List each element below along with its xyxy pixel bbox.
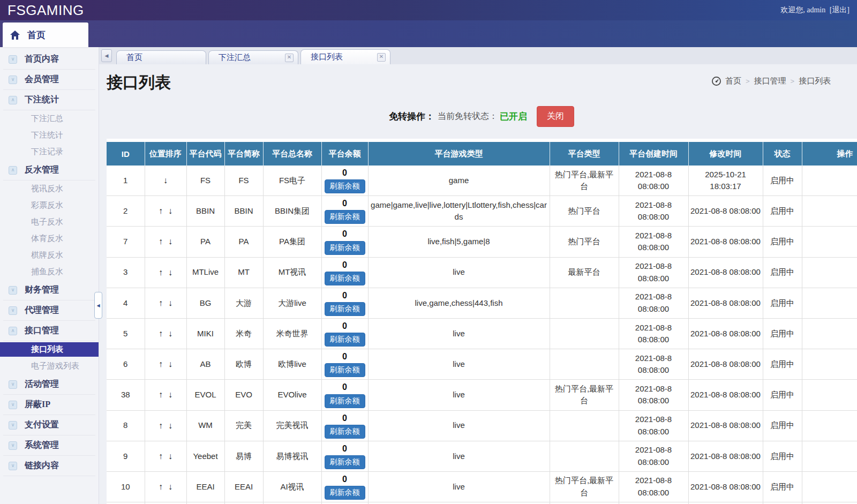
refresh-balance-button[interactable]: 刷新余额 (325, 486, 365, 500)
cell-status: 启用中 (763, 471, 802, 502)
sort-up-arrow-icon[interactable]: ↑ (159, 359, 163, 368)
sort-down-arrow-icon[interactable]: ↓ (168, 237, 172, 246)
refresh-balance-button[interactable]: 刷新余额 (325, 363, 365, 377)
sidebar-group-财务管理[interactable]: ∨财务管理 (3, 280, 95, 300)
sidebar-group-反水管理[interactable]: ∧反水管理 (3, 160, 95, 180)
breadcrumb-item-接口管理[interactable]: 接口管理 (754, 76, 786, 86)
sidebar-item-接口列表[interactable]: 接口列表 (0, 342, 99, 357)
sidebar-group-label: 链接内容 (25, 460, 59, 471)
cell-modified-time: 2025-10-21 18:03:17 (688, 166, 763, 196)
refresh-balance-button[interactable]: 刷新余额 (325, 179, 365, 193)
refresh-balance-button[interactable]: 刷新余额 (325, 241, 365, 255)
sort-down-arrow-icon[interactable]: ↓ (168, 329, 172, 338)
cell-modified-time: 2021-08-8 08:08:00 (688, 502, 763, 504)
tab-scroll-left-icon[interactable]: ◀ (101, 49, 112, 62)
sidebar-group-下注统计[interactable]: ∧下注统计 (3, 90, 95, 110)
topnav-item-home[interactable]: 首页 (3, 22, 88, 47)
refresh-balance-button[interactable]: 刷新余额 (325, 455, 365, 469)
refresh-balance-button[interactable]: 刷新余额 (325, 210, 365, 224)
sidebar-item-彩票反水[interactable]: 彩票反水 (0, 197, 99, 214)
cell-status: 启用中 (763, 227, 802, 257)
refresh-balance-button[interactable]: 刷新余额 (325, 302, 365, 316)
sort-up-arrow-icon[interactable]: ↑ (159, 237, 163, 246)
tab-下注汇总[interactable]: 下注汇总✕ (208, 50, 298, 64)
sort-down-arrow-icon[interactable]: ↓ (168, 482, 172, 491)
cell-created-time: 2021-08-8 08:08:00 (619, 410, 688, 441)
sort-down-arrow-icon[interactable]: ↓ (168, 298, 172, 307)
sidebar: ∨首页内容∨会员管理∧下注统计下注汇总下注统计下注记录∧反水管理视讯反水彩票反水… (0, 47, 99, 504)
cell-id: 4 (107, 288, 145, 318)
cell-platform-full-name: EVOlive (263, 380, 321, 410)
cell-game-types: live (368, 318, 550, 349)
column-header-平台简称: 平台简称 (224, 142, 263, 166)
sidebar-item-下注汇总[interactable]: 下注汇总 (0, 110, 99, 127)
close-transfer-button[interactable]: 关闭 (537, 106, 574, 127)
sidebar-group-会员管理[interactable]: ∨会员管理 (3, 70, 95, 90)
sidebar-item-下注记录[interactable]: 下注记录 (0, 144, 99, 160)
refresh-balance-button[interactable]: 刷新余额 (325, 272, 365, 285)
sort-up-arrow-icon[interactable]: ↑ (159, 206, 163, 215)
balance-value: 0 (324, 474, 366, 484)
sort-down-arrow-icon[interactable]: ↓ (163, 176, 168, 185)
sort-down-arrow-icon[interactable]: ↓ (168, 421, 172, 430)
cell-platform-type: 热门平台,最新平台 (550, 471, 619, 502)
sidebar-item-棋牌反水[interactable]: 棋牌反水 (0, 247, 99, 264)
cell-actions (802, 257, 857, 288)
sidebar-item-电子游戏列表[interactable]: 电子游戏列表 (0, 358, 99, 374)
sort-up-arrow-icon[interactable]: ↑ (159, 421, 163, 430)
breadcrumb-item-首页[interactable]: 首页 (725, 76, 741, 86)
cell-platform-type: 热门平台 (550, 227, 619, 257)
tab-label: 接口列表 (311, 52, 373, 62)
sidebar-group-系统管理[interactable]: ∨系统管理 (3, 435, 95, 456)
sidebar-group-接口管理[interactable]: ∧接口管理 (3, 321, 95, 341)
sidebar-group-代理管理[interactable]: ∨代理管理 (3, 300, 95, 321)
sort-up-arrow-icon[interactable]: ↑ (159, 268, 163, 277)
sidebar-collapse-handle[interactable]: ◀ (94, 292, 102, 319)
cell-actions (802, 410, 857, 441)
cell-modified-time: 2021-08-8 08:08:00 (688, 471, 763, 502)
balance-value: 0 (324, 229, 366, 239)
sort-up-arrow-icon[interactable]: ↑ (159, 482, 163, 491)
sort-up-arrow-icon[interactable]: ↑ (159, 298, 163, 307)
cell-modified-time: 2021-08-8 08:08:00 (688, 349, 763, 380)
sidebar-group-链接内容[interactable]: ∨链接内容 (3, 456, 95, 476)
cell-balance: 0刷新余额 (321, 471, 368, 502)
tab-首页[interactable]: 首页 (116, 50, 206, 64)
sidebar-item-电子反水[interactable]: 电子反水 (0, 214, 99, 230)
sort-down-arrow-icon[interactable]: ↓ (168, 452, 172, 461)
logout-link[interactable]: [退出] (830, 6, 850, 14)
cell-game-types: live (368, 349, 550, 380)
tab-close-icon[interactable]: ✕ (377, 53, 386, 62)
sidebar-item-捕鱼反水[interactable]: 捕鱼反水 (0, 264, 99, 280)
sort-up-arrow-icon[interactable]: ↑ (159, 390, 163, 399)
sort-down-arrow-icon[interactable]: ↓ (168, 359, 172, 368)
sort-down-arrow-icon[interactable]: ↓ (168, 206, 172, 215)
refresh-balance-button[interactable]: 刷新余额 (325, 394, 365, 408)
refresh-balance-button[interactable]: 刷新余额 (325, 425, 365, 439)
brand-logo: FSGAMING (7, 2, 84, 19)
cell-sort: ↑↓ (145, 471, 186, 502)
cell-platform-full-name: 米奇世界 (263, 318, 321, 349)
sidebar-item-视讯反水[interactable]: 视讯反水 (0, 180, 99, 197)
cell-game-types: game|game,live|live,lottery|Ltlottery,fi… (368, 196, 550, 227)
cell-game-types: live (368, 471, 550, 502)
sort-up-arrow-icon[interactable]: ↑ (159, 329, 163, 338)
tab-接口列表[interactable]: 接口列表✕ (300, 49, 390, 64)
cell-platform-type (550, 288, 619, 318)
cell-platform-short-name: 大游 (224, 288, 263, 318)
user-welcome-area: 欢迎您, admin [退出] (780, 5, 850, 15)
sidebar-group-屏蔽IP[interactable]: ∨屏蔽IP (3, 395, 95, 415)
refresh-balance-button[interactable]: 刷新余额 (325, 333, 365, 347)
sort-down-arrow-icon[interactable]: ↓ (168, 268, 172, 277)
sort-down-arrow-icon[interactable]: ↓ (168, 390, 172, 399)
sidebar-group-支付设置[interactable]: ∨支付设置 (3, 415, 95, 435)
sidebar-item-体育反水[interactable]: 体育反水 (0, 230, 99, 247)
sidebar-item-下注统计[interactable]: 下注统计 (0, 127, 99, 144)
tab-close-icon[interactable]: ✕ (285, 54, 294, 62)
sort-up-arrow-icon[interactable]: ↑ (159, 452, 163, 461)
current-status-label: 当前免转状态： (438, 111, 498, 122)
cell-status: 启用中 (763, 441, 802, 471)
sidebar-group-首页内容[interactable]: ∨首页内容 (3, 49, 95, 70)
sidebar-group-活动管理[interactable]: ∨活动管理 (3, 374, 95, 395)
sidebar-group-label: 代理管理 (25, 305, 59, 316)
